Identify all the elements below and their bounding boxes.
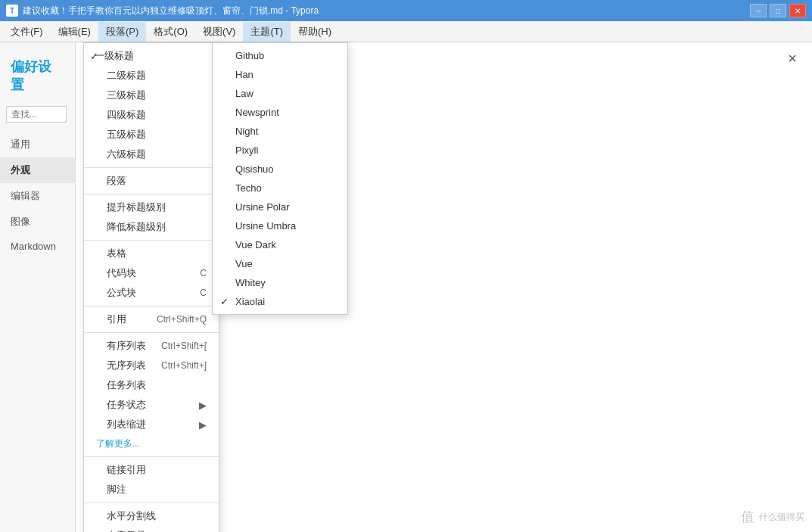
theme-item-ursine-polar[interactable]: Ursine Polar [213, 198, 347, 216]
theme-github-label: Github [235, 50, 264, 61]
theme-item-github[interactable]: Github [213, 46, 347, 65]
menu-heading-5[interactable]: 五级标题 [84, 125, 219, 145]
menu-format[interactable]: 格式(O) [146, 22, 195, 42]
heading-5-label: 五级标题 [107, 128, 146, 142]
theme-dropdown-menu: Github Han Law Newsprint Night Pixyll Qi… [212, 42, 348, 315]
toc-label: 内容目录 [107, 529, 146, 532]
ordered-list-shortcut: Ctrl+Shift+[ [146, 341, 207, 351]
heading-1-label: 一级标题 [95, 49, 134, 63]
formula-block-shortcut: C [185, 288, 207, 298]
theme-item-xiaolai[interactable]: ✓ Xiaolai [213, 292, 347, 311]
theme-ursine-umbra-label: Ursine Umbra [235, 220, 296, 232]
separator-2 [84, 194, 219, 194]
maximize-button[interactable]: □ [770, 4, 786, 17]
menu-heading-1[interactable]: ✓ 一级标题 [84, 46, 219, 66]
close-button[interactable]: × [788, 50, 797, 67]
menu-ordered-list[interactable]: 有序列表 Ctrl+Shift+[ [84, 336, 219, 356]
theme-whitey-label: Whitey [235, 277, 266, 288]
menu-increase-heading[interactable]: 提升标题级别 [84, 198, 219, 217]
theme-newsprint-label: Newsprint [235, 107, 279, 118]
link-ref-label: 链接引用 [107, 463, 146, 477]
menu-help[interactable]: 帮助(H) [291, 22, 339, 42]
menu-decrease-heading[interactable]: 降低标题级别 [84, 217, 219, 237]
separator-7 [84, 502, 219, 503]
theme-vue-dark-label: Vue Dark [235, 239, 276, 250]
separator-6 [84, 456, 219, 457]
theme-item-vue-dark[interactable]: Vue Dark [213, 235, 347, 254]
menu-edit[interactable]: 编辑(E) [51, 22, 98, 42]
code-block-shortcut: C [185, 268, 207, 278]
menu-table[interactable]: 表格 [84, 244, 219, 263]
watermark-text: 什么值得买 [759, 511, 804, 524]
task-list-label: 任务列表 [107, 378, 146, 392]
menu-heading-6[interactable]: 六级标题 [84, 145, 219, 164]
theme-item-whitey[interactable]: Whitey [213, 273, 347, 292]
paragraph-label: 段落 [107, 174, 126, 188]
theme-item-pixyll[interactable]: Pixyll [213, 141, 347, 160]
theme-xiaolai-label: Xiaolai [235, 296, 265, 307]
menu-heading-3[interactable]: 三级标题 [84, 86, 219, 105]
separator-3 [84, 240, 219, 241]
theme-item-techo[interactable]: Techo [213, 179, 347, 198]
task-status-label: 任务状态 [107, 398, 146, 412]
heading-3-label: 三级标题 [107, 89, 146, 102]
theme-item-night[interactable]: Night [213, 122, 347, 141]
menu-paragraph[interactable]: 段落 [84, 171, 219, 191]
theme-vue-label: Vue [235, 258, 253, 269]
formula-block-label: 公式块 [107, 286, 136, 300]
sidebar-item-appearance[interactable]: 外观 [0, 157, 75, 183]
menu-paragraph[interactable]: 段落(P) [98, 22, 146, 42]
theme-item-newsprint[interactable]: Newsprint [213, 103, 347, 122]
menu-footnote[interactable]: 脚注 [84, 480, 219, 499]
theme-item-han[interactable]: Han [213, 65, 347, 84]
learn-more-link[interactable]: 了解更多... [84, 434, 219, 453]
sidebar-item-editor[interactable]: 编辑器 [0, 183, 75, 209]
theme-item-qisishuo[interactable]: Qisishuo [213, 160, 347, 179]
close-window-button[interactable]: ✕ [789, 4, 806, 17]
theme-han-label: Han [235, 69, 254, 80]
search-input[interactable] [6, 106, 67, 123]
menu-heading-2[interactable]: 二级标题 [84, 66, 219, 86]
heading-2-label: 二级标题 [107, 69, 146, 82]
menu-task-list[interactable]: 任务列表 [84, 375, 219, 395]
sidebar-item-markdown[interactable]: Markdown [0, 235, 75, 258]
unordered-list-shortcut: Ctrl+Shift+] [146, 360, 207, 371]
menu-file[interactable]: 文件(F) [3, 22, 51, 42]
menu-theme[interactable]: 主题(T) [243, 22, 291, 42]
heading-1-check: ✓ [90, 51, 98, 62]
app-icon: T [6, 5, 18, 17]
menu-view[interactable]: 视图(V) [195, 22, 243, 42]
menu-formula-block[interactable]: 公式块 C [84, 283, 219, 303]
theme-pixyll-label: Pixyll [235, 145, 258, 156]
heading-4-label: 四级标题 [107, 108, 146, 122]
quote-shortcut: Ctrl+Shift+Q [142, 314, 207, 325]
unordered-list-label: 无序列表 [107, 359, 146, 372]
watermark: 值 什么值得买 [741, 508, 804, 526]
theme-item-vue[interactable]: Vue [213, 254, 347, 273]
sidebar-item-general[interactable]: 通用 [0, 132, 75, 157]
theme-item-law[interactable]: Law [213, 84, 347, 103]
menu-task-status[interactable]: 任务状态 ▶ [84, 395, 219, 415]
minimize-button[interactable]: ─ [750, 4, 767, 17]
theme-item-ursine-umbra[interactable]: Ursine Umbra [213, 216, 347, 235]
footnote-label: 脚注 [107, 483, 126, 496]
menu-list-indent[interactable]: 列表缩进 ▶ [84, 415, 219, 434]
menu-link-ref[interactable]: 链接引用 [84, 460, 219, 480]
list-indent-label: 列表缩进 [107, 418, 146, 431]
menu-quote[interactable]: 引用 Ctrl+Shift+Q [84, 310, 219, 329]
menu-unordered-list[interactable]: 无序列表 Ctrl+Shift+] [84, 356, 219, 375]
separator-5 [84, 332, 219, 333]
menu-toc[interactable]: 内容目录 [84, 526, 219, 532]
menu-bar: 文件(F) 编辑(E) 段落(P) 格式(O) 视图(V) 主题(T) 帮助(H… [0, 21, 812, 42]
theme-xiaolai-check: ✓ [220, 296, 229, 307]
sidebar-item-image[interactable]: 图像 [0, 209, 75, 235]
table-label: 表格 [107, 247, 126, 260]
increase-heading-label: 提升标题级别 [107, 201, 166, 214]
hr-label: 水平分割线 [107, 509, 156, 523]
menu-heading-4[interactable]: 四级标题 [84, 105, 219, 125]
window-title: 建议收藏！手把手教你百元以内独立维修吸顶灯、窗帘、门锁.md - Typora [23, 5, 750, 17]
theme-law-label: Law [235, 88, 254, 99]
menu-hr[interactable]: 水平分割线 [84, 506, 219, 526]
menu-code-block[interactable]: 代码块 C [84, 263, 219, 283]
heading-6-label: 六级标题 [107, 148, 146, 161]
